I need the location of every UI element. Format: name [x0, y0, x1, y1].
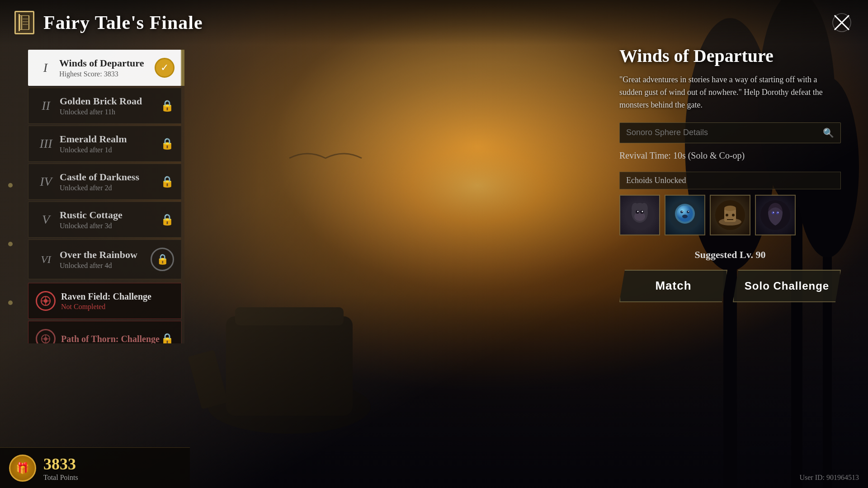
echoids-label: Echoids Unlocked	[619, 172, 841, 189]
points-info: 3833 Total Points	[43, 455, 78, 482]
svg-point-47	[688, 211, 689, 212]
close-icon	[831, 12, 853, 33]
stage-item-2[interactable]: II Golden Brick Road Unlocked after 11h …	[28, 88, 182, 124]
echoid-2[interactable]	[665, 195, 705, 235]
stage-info-5: Rustic Cottage Unlocked after 3d	[56, 209, 160, 230]
echoid-avatar-2	[665, 196, 704, 235]
stage-sub-5: Unlocked after 3d	[60, 222, 160, 230]
stage-lock-4: 🔒	[160, 175, 174, 188]
stage-lock-6-large: 🔒	[151, 248, 174, 271]
left-decoration	[8, 183, 13, 305]
stage-list: I Winds of Departure Highest Score: 3833…	[28, 50, 182, 343]
total-points-label: Total Points	[43, 474, 78, 482]
sonoro-search-input[interactable]	[626, 128, 823, 137]
action-buttons: Match Solo Challenge	[619, 270, 841, 302]
svg-point-38	[637, 211, 639, 212]
svg-point-45	[687, 211, 689, 213]
stage-numeral-5: V	[36, 212, 56, 227]
stage-numeral-6: VI	[36, 253, 56, 266]
stage-check-1: ✓	[155, 58, 175, 78]
svg-point-59	[772, 211, 774, 214]
stage-name-5: Rustic Cottage	[60, 209, 160, 221]
stage-name-challenge-2: Path of Thorn: Challenge	[61, 334, 160, 344]
search-icon: 🔍	[823, 127, 834, 138]
search-bar[interactable]: 🔍	[619, 122, 841, 143]
stage-info-6: Over the Rainbow Unlocked after 4d	[56, 249, 151, 270]
total-points-value: 3833	[43, 455, 78, 474]
svg-point-52	[724, 206, 736, 211]
stage-item-6[interactable]: VI Over the Rainbow Unlocked after 4d 🔒	[28, 239, 182, 279]
echoids-grid	[619, 195, 841, 235]
stage-name-3: Emerald Realm	[60, 133, 160, 145]
svg-point-62	[778, 212, 778, 213]
echoid-1[interactable]	[619, 195, 660, 235]
svg-point-61	[773, 212, 774, 213]
header: Fairy Tale's Finale	[0, 0, 868, 45]
svg-point-35	[634, 212, 645, 221]
echoid-4[interactable]	[755, 195, 796, 235]
stage-info-1: Winds of Departure Highest Score: 3833	[56, 57, 155, 78]
bottom-bar: 🎁 3833 Total Points	[0, 447, 190, 488]
stage-name-4: Castle of Darkness	[60, 171, 160, 183]
svg-point-54	[732, 214, 735, 216]
echoid-avatar-3	[711, 196, 750, 235]
user-id: User ID: 901964513	[799, 474, 859, 482]
svg-point-44	[680, 211, 683, 213]
stage-item-partial: Path of Thorn: Challenge 🔒	[28, 321, 182, 343]
stage-numeral-3: III	[36, 136, 56, 151]
stage-numeral-1: I	[35, 61, 56, 75]
locked-challenge-icon	[36, 329, 56, 343]
stage-info-challenge-2: Path of Thorn: Challenge	[56, 334, 160, 344]
detail-description: "Great adventures in stories have a way …	[619, 74, 841, 112]
stage-item-challenge-2[interactable]: Path of Thorn: Challenge 🔒	[28, 321, 182, 343]
echoid-3[interactable]	[710, 195, 750, 235]
stage-item-1[interactable]: I Winds of Departure Highest Score: 3833…	[28, 50, 182, 86]
page-title: Fairy Tale's Finale	[43, 12, 203, 33]
revival-time: Revival Time: 10s (Solo & Co-op)	[619, 150, 841, 161]
stage-sub-1: Highest Score: 3833	[59, 70, 155, 78]
stage-sub-4: Unlocked after 2d	[60, 184, 160, 192]
echoid-avatar-4	[756, 196, 795, 235]
svg-point-53	[726, 214, 728, 216]
stage-sub-6: Unlocked after 4d	[60, 262, 151, 270]
svg-point-48	[682, 215, 688, 218]
points-icon: 🎁	[9, 455, 36, 482]
close-button[interactable]	[829, 10, 854, 35]
stage-info-challenge-1: Raven Field: Challenge Not Completed	[56, 291, 174, 311]
svg-point-60	[776, 211, 779, 214]
stage-info-2: Golden Brick Road Unlocked after 11h	[56, 95, 160, 116]
stage-lock-challenge-2: 🔒	[160, 333, 174, 343]
book-icon	[14, 10, 35, 35]
challenge-icon-1	[36, 291, 56, 311]
stage-sub-2: Unlocked after 11h	[60, 108, 160, 116]
stage-item-challenge-1[interactable]: Raven Field: Challenge Not Completed	[28, 283, 182, 319]
header-left: Fairy Tale's Finale	[14, 10, 203, 35]
stage-item-4[interactable]: IV Castle of Darkness Unlocked after 2d …	[28, 164, 182, 200]
svg-point-46	[682, 211, 683, 212]
stage-scrollbar-thumb	[181, 50, 184, 86]
stage-lock-3: 🔒	[160, 137, 174, 150]
svg-point-39	[642, 211, 643, 212]
stage-info-3: Emerald Realm Unlocked after 1d	[56, 133, 160, 154]
stage-scrollbar[interactable]	[181, 50, 184, 343]
stage-info-4: Castle of Darkness Unlocked after 2d	[56, 171, 160, 192]
match-button[interactable]: Match	[619, 270, 727, 302]
stage-sub-3: Unlocked after 1d	[60, 146, 160, 154]
echoid-avatar-1	[620, 196, 659, 235]
svg-point-43	[677, 206, 693, 222]
stage-name-6: Over the Rainbow	[60, 249, 151, 261]
stage-name-2: Golden Brick Road	[60, 95, 160, 107]
stage-numeral-4: IV	[36, 174, 56, 189]
detail-title: Winds of Departure	[619, 45, 841, 66]
solo-challenge-button[interactable]: Solo Challenge	[733, 270, 841, 302]
stage-item-3[interactable]: III Emerald Realm Unlocked after 1d 🔒	[28, 126, 182, 162]
suggested-level: Suggested Lv. 90	[619, 249, 841, 261]
stage-sub-challenge-1: Not Completed	[61, 303, 174, 311]
stage-lock-5: 🔒	[160, 213, 174, 226]
stage-numeral-2: II	[36, 99, 56, 113]
stage-name-1: Winds of Departure	[59, 57, 155, 69]
stage-item-5[interactable]: V Rustic Cottage Unlocked after 3d 🔒	[28, 202, 182, 238]
detail-panel: Winds of Departure "Great adventures in …	[619, 45, 841, 302]
stage-name-challenge-1: Raven Field: Challenge	[61, 291, 174, 302]
stage-lock-2: 🔒	[160, 99, 174, 112]
